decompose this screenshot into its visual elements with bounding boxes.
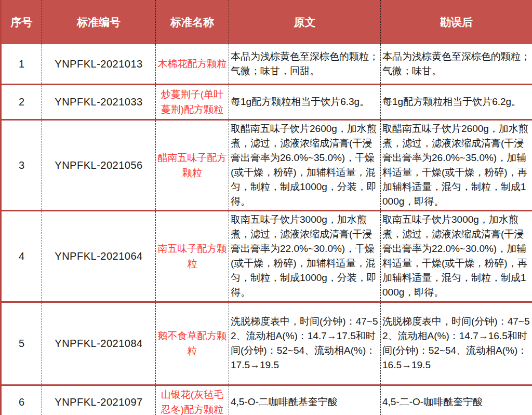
row-index-cell: 4 (1, 210, 42, 302)
standard-code-cell: YNPFKL-2021033 (42, 84, 156, 119)
table-row: 5 YNPFKL-2021084 鹅不食草配方颗粒 洗脱梯度表中，时间(分钟)：… (1, 302, 532, 385)
original-text-cell: 取醋南五味子饮片2600g，加水煎煮，滤过，滤液浓缩成清膏(干浸膏出膏率为26.… (229, 119, 381, 210)
standard-code-cell: YNPFKL-2021064 (42, 210, 156, 302)
header-col-standard-name: 标准名称 (156, 0, 229, 44)
header-col-index: 序号 (1, 0, 42, 44)
corrected-text-cell: 本品为浅棕黄色至深棕色的颗粒；气微；味甘。 (381, 44, 532, 84)
original-text-cell: 洗脱梯度表中，时间(分钟)：47~52、流动相A(%)：14.7→17.5和时间… (229, 302, 381, 385)
row-index-cell: 1 (1, 44, 42, 84)
standard-code-cell: YNPFKL-2021084 (42, 302, 156, 385)
standard-code-cell: YNPFKL-2021097 (42, 385, 156, 415)
standard-name-cell: 炒蔓荆子(单叶蔓荆)配方颗粒 (156, 84, 229, 119)
header-col-corrected-text: 勘误后 (381, 0, 532, 44)
row-index-cell: 6 (1, 385, 42, 415)
table-header-row: 序号 标准编号 标准名称 原文 勘误后 (1, 0, 532, 44)
table-row: 2 YNPFKL-2021033 炒蔓荆子(单叶蔓荆)配方颗粒 每1g配方颗粒相… (1, 84, 532, 119)
standard-name-cell: 南五味子配方颗粒 (156, 210, 229, 302)
original-text-cell: 取南五味子饮片3000g，加水煎煮，滤过，滤液浓缩成清膏(干浸膏出膏率为22.0… (229, 210, 381, 302)
standard-name-cell: 山银花(灰毡毛忍冬)配方颗粒 (156, 385, 229, 415)
table-row: 1 YNPFKL-2021013 木棉花配方颗粒 本品为浅棕黄色至深棕色的颗粒；… (1, 44, 532, 84)
original-text-cell: 本品为浅棕黄色至深棕色的颗粒；气微；味甘，回甜。 (229, 44, 381, 84)
standard-name-cell: 木棉花配方颗粒 (156, 44, 229, 84)
table-row: 6 YNPFKL-2021097 山银花(灰毡毛忍冬)配方颗粒 4,5-O-二咖… (1, 385, 532, 415)
standard-code-cell: YNPFKL-2021013 (42, 44, 156, 84)
corrected-text-cell: 洗脱梯度表中，时间(分钟)：47~52、流动相A(%)：14.7→16.5和时间… (381, 302, 532, 385)
table-row: 4 YNPFKL-2021064 南五味子配方颗粒 取南五味子饮片3000g，加… (1, 210, 532, 302)
original-text-cell: 每1g配方颗粒相当于饮片6.3g。 (229, 84, 381, 119)
header-col-original-text: 原文 (229, 0, 381, 44)
standard-code-cell: YNPFKL-2021056 (42, 119, 156, 210)
standard-name-cell: 醋南五味子配方颗粒 (156, 119, 229, 210)
corrected-text-cell: 取醋南五味子饮片2600g，加水煎煮，滤过，滤液浓缩成清膏(干浸膏出膏率为26.… (381, 119, 532, 210)
standard-name-cell: 鹅不食草配方颗粒 (156, 302, 229, 385)
header-col-standard-code: 标准编号 (42, 0, 156, 44)
table-row: 3 YNPFKL-2021056 醋南五味子配方颗粒 取醋南五味子饮片2600g… (1, 119, 532, 210)
row-index-cell: 3 (1, 119, 42, 210)
errata-table: 序号 标准编号 标准名称 原文 勘误后 1 YNPFKL-2021013 木棉花… (0, 0, 532, 415)
corrected-text-cell: 4,5-二-O-咖啡酰奎宁酸 (381, 385, 532, 415)
row-index-cell: 2 (1, 84, 42, 119)
original-text-cell: 4,5-O-二咖啡酰基奎宁酸 (229, 385, 381, 415)
corrected-text-cell: 取南五味子饮片3000g，加水煎煮，滤过，滤液浓缩成清膏(干浸膏出膏率为22.0… (381, 210, 532, 302)
corrected-text-cell: 每1g配方颗粒相当于饮片6.2g。 (381, 84, 532, 119)
row-index-cell: 5 (1, 302, 42, 385)
